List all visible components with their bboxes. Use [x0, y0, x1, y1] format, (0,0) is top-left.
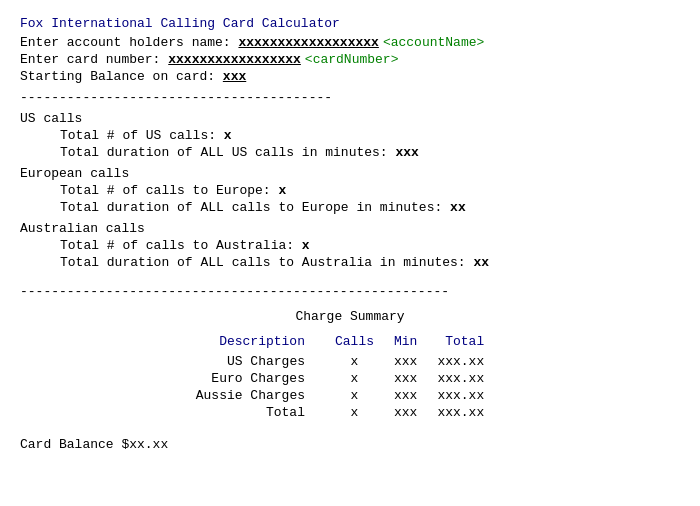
account-name-line: Enter account holders name: xxxxxxxxxxxx…	[20, 35, 680, 50]
charge-summary-title: Charge Summary	[20, 309, 680, 324]
aussie-calls-duration-line: Total duration of ALL calls to Australia…	[60, 255, 680, 270]
account-name-value[interactable]: xxxxxxxxxxxxxxxxxx	[238, 35, 378, 50]
euro-calls-count-line: Total # of calls to Europe: x	[60, 183, 680, 198]
us-calls-section: Total # of US calls: x Total duration of…	[20, 128, 680, 160]
us-calls-count-value[interactable]: x	[224, 128, 232, 143]
summary-row-1: Euro Chargesxxxxxxx.xx	[196, 370, 504, 387]
summary-row-calls-1: x	[335, 370, 394, 387]
account-name-placeholder: <accountName>	[383, 35, 484, 50]
us-calls-count-label: Total # of US calls:	[60, 128, 224, 143]
us-calls-count-line: Total # of US calls: x	[60, 128, 680, 143]
summary-row-calls-2: x	[335, 387, 394, 404]
balance-value[interactable]: xxx	[223, 69, 246, 84]
aussie-calls-duration-label: Total duration of ALL calls to Australia…	[60, 255, 473, 270]
aussie-calls-count-value[interactable]: x	[302, 238, 310, 253]
australian-calls-section: Total # of calls to Australia: x Total d…	[20, 238, 680, 270]
euro-calls-count-value[interactable]: x	[278, 183, 286, 198]
header-calls: Calls	[335, 334, 394, 353]
summary-row-min-1: xxx	[394, 370, 437, 387]
summary-row-total-0: xxx.xx	[437, 353, 504, 370]
header-description: Description	[196, 334, 335, 353]
australian-calls-title: Australian calls	[20, 221, 680, 236]
us-calls-duration-line: Total duration of ALL US calls in minute…	[60, 145, 680, 160]
divider-2: ----------------------------------------…	[20, 284, 680, 299]
us-calls-title: US calls	[20, 111, 680, 126]
aussie-calls-count-label: Total # of calls to Australia:	[60, 238, 302, 253]
summary-row-2: Aussie Chargesxxxxxxx.xx	[196, 387, 504, 404]
account-name-label: Enter account holders name:	[20, 35, 238, 50]
summary-row-total-1: xxx.xx	[437, 370, 504, 387]
header-min: Min	[394, 334, 437, 353]
charge-summary-table: Description Calls Min Total US Chargesxx…	[196, 334, 504, 421]
european-calls-section: Total # of calls to Europe: x Total dura…	[20, 183, 680, 215]
card-balance: Card Balance $xx.xx	[20, 437, 680, 452]
aussie-calls-duration-value[interactable]: xx	[473, 255, 489, 270]
us-calls-duration-value[interactable]: xxx	[395, 145, 418, 160]
balance-line: Starting Balance on card: xxx	[20, 69, 680, 84]
card-number-placeholder: <cardNumber>	[305, 52, 399, 67]
card-number-line: Enter card number: xxxxxxxxxxxxxxxxx <ca…	[20, 52, 680, 67]
divider-1: ----------------------------------------	[20, 90, 680, 105]
summary-row-calls-0: x	[335, 353, 394, 370]
summary-row-min-0: xxx	[394, 353, 437, 370]
balance-label: Starting Balance on card:	[20, 69, 223, 84]
card-number-label: Enter card number:	[20, 52, 168, 67]
summary-row-label-3: Total	[196, 404, 335, 421]
summary-row-label-2: Aussie Charges	[196, 387, 335, 404]
app-title: Fox International Calling Card Calculato…	[20, 16, 680, 31]
card-number-value[interactable]: xxxxxxxxxxxxxxxxx	[168, 52, 301, 67]
summary-row-calls-3: x	[335, 404, 394, 421]
european-calls-title: European calls	[20, 166, 680, 181]
summary-row-min-2: xxx	[394, 387, 437, 404]
summary-row-min-3: xxx	[394, 404, 437, 421]
euro-calls-duration-value[interactable]: xx	[450, 200, 466, 215]
aussie-calls-count-line: Total # of calls to Australia: x	[60, 238, 680, 253]
euro-calls-count-label: Total # of calls to Europe:	[60, 183, 278, 198]
euro-calls-duration-line: Total duration of ALL calls to Europe in…	[60, 200, 680, 215]
summary-row-label-0: US Charges	[196, 353, 335, 370]
summary-row-total-2: xxx.xx	[437, 387, 504, 404]
summary-row-0: US Chargesxxxxxxx.xx	[196, 353, 504, 370]
header-total: Total	[437, 334, 504, 353]
euro-calls-duration-label: Total duration of ALL calls to Europe in…	[60, 200, 450, 215]
us-calls-duration-label: Total duration of ALL US calls in minute…	[60, 145, 395, 160]
summary-row-label-1: Euro Charges	[196, 370, 335, 387]
summary-row-3: Totalxxxxxxx.xx	[196, 404, 504, 421]
summary-header-row: Description Calls Min Total	[196, 334, 504, 353]
summary-row-total-3: xxx.xx	[437, 404, 504, 421]
